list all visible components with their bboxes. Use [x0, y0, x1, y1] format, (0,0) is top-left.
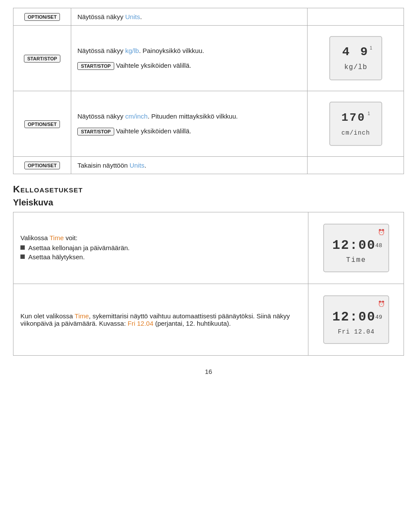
start-stop-inline-button-2[interactable]: START/STOP — [77, 128, 114, 135]
list-item-text: Asettaa kellonajan ja päivämäärän. — [28, 244, 129, 251]
text-cell: Takaisin näyttöön Units. — [71, 157, 308, 174]
img-cell-empty-2 — [308, 157, 404, 174]
list-item-text: Asettaa hälytyksen. — [28, 253, 85, 261]
page-wrapper: OPTION/SET Näytössä näkyy Units. START/S… — [0, 0, 417, 388]
page-number: 16 — [13, 368, 404, 375]
svg-text:1: 1 — [370, 46, 372, 50]
section-heading-text: Kelloasetukset — [13, 184, 83, 195]
svg-text:⏰: ⏰ — [378, 300, 385, 307]
time-display: ⏰ 12:00 .48 Time — [315, 218, 397, 278]
list-item: Asettaa hälytyksen. — [20, 253, 301, 261]
list-item: Asettaa kellonajan ja päivämäärän. — [20, 244, 301, 251]
fri-display: ⏰ 12:00 .49 Fri 12.04 — [315, 289, 397, 350]
kello-text-cell: Valikossa Time voit: Asettaa kellonajan … — [13, 212, 308, 284]
start-stop-inline-button[interactable]: START/STOP — [77, 62, 114, 70]
keyword-time: Time — [50, 234, 64, 241]
subsection-heading: Yleiskuva — [13, 198, 404, 208]
kello-img-cell-time: ⏰ 12:00 .48 Time — [308, 212, 404, 284]
keyword-units: Units — [125, 13, 140, 20]
kello-text-cell-2: Kun olet valikossa Time, sykemittarisi n… — [13, 284, 308, 356]
keyword-cminch: cm/inch — [125, 112, 148, 120]
svg-text:.48: .48 — [372, 242, 382, 249]
option-set-button[interactable]: OPTION/SET — [24, 13, 60, 21]
btn-cell: OPTION/SET — [13, 91, 71, 157]
img-cell-kgib: 4 9 1 kg/lb — [308, 26, 404, 91]
svg-text:⏰: ⏰ — [378, 228, 385, 236]
kello-table-row: Valikossa Time voit: Asettaa kellonajan … — [13, 212, 404, 284]
svg-text:Fri 12.04: Fri 12.04 — [338, 328, 374, 335]
text-cell: Näytössä näkyy kg/lb. Painoyksikkö vilkk… — [71, 26, 308, 91]
bullet-icon — [20, 245, 25, 250]
option-set-button-2[interactable]: OPTION/SET — [24, 120, 60, 128]
cminch-display: 170 1 cm/inch — [314, 96, 397, 152]
bullet-list: Asettaa kellonajan ja päivämäärän. Asett… — [20, 244, 301, 261]
btn-cell: OPTION/SET — [13, 8, 71, 26]
page-number-text: 16 — [205, 368, 212, 375]
text-cell: Näytössä näkyy cm/inch. Pituuden mittayk… — [71, 91, 308, 157]
kello-table: Valikossa Time voit: Asettaa kellonajan … — [13, 212, 404, 356]
instruction-table: OPTION/SET Näytössä näkyy Units. START/S… — [13, 8, 404, 174]
bullet-icon — [20, 254, 25, 259]
img-cell-cminch: 170 1 cm/inch — [308, 91, 404, 157]
keyword-fri: Fri 12.04 — [128, 320, 153, 327]
table-row: START/STOP Näytössä näkyy kg/lb. Painoyk… — [13, 26, 404, 91]
svg-text:kg/lb: kg/lb — [344, 63, 367, 71]
btn-cell: START/STOP — [13, 26, 71, 91]
table-row: OPTION/SET Takaisin näyttöön Units. — [13, 157, 404, 174]
table-row: OPTION/SET Näytössä näkyy cm/inch. Pituu… — [13, 91, 404, 157]
table-row: OPTION/SET Näytössä näkyy Units. — [13, 8, 404, 26]
svg-text:170: 170 — [341, 111, 366, 124]
img-cell-empty — [308, 8, 404, 26]
btn-cell: OPTION/SET — [13, 157, 71, 174]
kello-img-cell-fri: ⏰ 12:00 .49 Fri 12.04 — [308, 284, 404, 356]
keyword-time-2: Time — [75, 312, 89, 320]
kgib-display: 4 9 1 kg/lb — [314, 30, 397, 86]
svg-text:Time: Time — [346, 256, 366, 264]
start-stop-button[interactable]: START/STOP — [24, 55, 61, 63]
keyword-units-2: Units — [129, 162, 144, 169]
svg-text:4 9: 4 9 — [342, 45, 369, 59]
option-set-button-3[interactable]: OPTION/SET — [24, 162, 60, 169]
keyword-kglb: kg/lb — [125, 47, 139, 54]
subsection-heading-text: Yleiskuva — [13, 198, 53, 207]
svg-text:12:00: 12:00 — [332, 310, 375, 324]
text-cell: Näytössä näkyy Units. — [71, 8, 308, 26]
svg-text:12:00: 12:00 — [332, 238, 375, 253]
kello-table-row: Kun olet valikossa Time, sykemittarisi n… — [13, 284, 404, 356]
section-heading: Kelloasetukset — [13, 184, 404, 195]
svg-text:1: 1 — [367, 111, 370, 116]
svg-text:cm/inch: cm/inch — [341, 129, 370, 136]
svg-text:.49: .49 — [372, 314, 382, 321]
